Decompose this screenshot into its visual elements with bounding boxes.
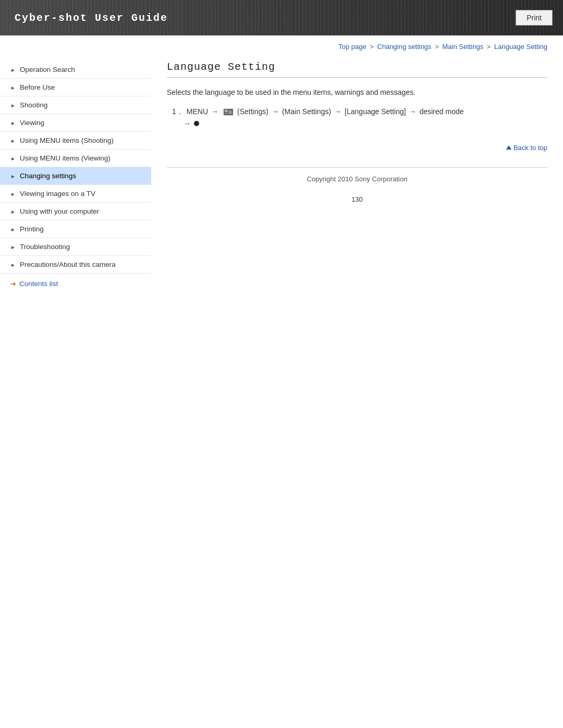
svg-rect-3: [225, 113, 232, 114]
copyright-text: Copyright 2010 Sony Corporation: [307, 175, 408, 183]
step-arrow-5: →: [183, 119, 191, 128]
sidebar-arrow-icon: ►: [10, 174, 16, 179]
sidebar-item-troubleshooting[interactable]: ► Troubleshooting: [0, 238, 151, 256]
sidebar-item-label: Precautions/About this camera: [20, 261, 116, 268]
sidebar-item-label: Shooting: [20, 101, 47, 109]
step-arrow-1: →: [211, 105, 218, 118]
sidebar-item-using-with-computer[interactable]: ► Using with your computer: [0, 203, 151, 220]
header: Cyber-shot User Guide Print: [0, 0, 563, 35]
sidebar-item-label: Changing settings: [20, 172, 76, 180]
sidebar-arrow-icon: ►: [10, 262, 16, 267]
step-language-setting: [Language Setting]: [345, 105, 406, 118]
breadcrumb: Top page > Changing settings > Main Sett…: [0, 35, 563, 56]
content-area: Language Setting Selects the language to…: [151, 56, 563, 229]
sidebar-item-viewing-tv[interactable]: ► Viewing images on a TV: [0, 185, 151, 203]
sidebar-arrow-icon: ►: [10, 85, 16, 90]
step-number: 1．: [172, 105, 183, 118]
step-main-settings: (Main Settings): [282, 105, 331, 118]
back-to-top-icon: [506, 145, 511, 150]
page-title: Language Setting: [167, 61, 547, 78]
sidebar-item-label: Operation Search: [20, 66, 75, 73]
content-description: Selects the language to be used in the m…: [167, 87, 547, 98]
sidebar-arrow-icon: ►: [10, 209, 16, 214]
sidebar-arrow-icon: ►: [10, 227, 16, 232]
sidebar-item-label: Viewing: [20, 119, 44, 127]
sidebar-item-label: Before Use: [20, 83, 55, 91]
step-settings-label: (Settings): [237, 105, 268, 118]
footer: Copyright 2010 Sony Corporation: [167, 167, 547, 190]
back-to-top-link[interactable]: Back to top: [506, 144, 547, 152]
step-content: MENU → (Settings) → (Main Settings) → [L…: [187, 105, 464, 118]
breadcrumb-main-settings[interactable]: Main Settings: [442, 43, 483, 51]
svg-rect-1: [225, 109, 228, 112]
sidebar-item-printing[interactable]: ► Printing: [0, 220, 151, 238]
bullet-dot-icon: [194, 121, 199, 126]
step-arrow-2: →: [272, 105, 279, 118]
step-arrow-4: →: [409, 105, 417, 118]
sidebar-arrow-icon: ►: [10, 120, 16, 126]
sidebar-arrow-icon: ►: [10, 138, 16, 143]
breadcrumb-top-page[interactable]: Top page: [338, 43, 366, 51]
back-to-top: Back to top: [167, 143, 547, 152]
sidebar-item-label: Using with your computer: [20, 207, 99, 215]
step-menu-label: MENU: [187, 105, 208, 118]
sidebar-item-label: Printing: [20, 225, 44, 233]
sidebar-item-shooting[interactable]: ► Shooting: [0, 96, 151, 114]
header-print-area: Print: [516, 0, 563, 35]
breadcrumb-sep-3: >: [487, 43, 491, 51]
sidebar-item-changing-settings[interactable]: ► Changing settings: [0, 167, 151, 185]
sidebar-item-precautions[interactable]: ► Precautions/About this camera: [0, 256, 151, 274]
breadcrumb-changing-settings[interactable]: Changing settings: [377, 43, 432, 51]
sidebar: ► Operation Search ► Before Use ► Shooti…: [0, 56, 151, 304]
breadcrumb-sep-2: >: [435, 43, 439, 51]
sidebar-item-label: Using MENU items (Shooting): [20, 137, 114, 144]
step-arrow-3: →: [334, 105, 341, 118]
contents-list-arrow-icon: ➔: [10, 280, 16, 288]
contents-list-label: Contents list: [19, 280, 58, 288]
main-layout: ► Operation Search ► Before Use ► Shooti…: [0, 56, 563, 315]
sidebar-item-viewing[interactable]: ► Viewing: [0, 114, 151, 132]
sidebar-item-label: Using MENU items (Viewing): [20, 154, 111, 162]
sidebar-item-operation-search[interactable]: ► Operation Search: [0, 61, 151, 79]
sidebar-item-using-menu-viewing[interactable]: ► Using MENU items (Viewing): [0, 150, 151, 167]
sidebar-arrow-icon: ►: [10, 191, 16, 196]
step-line-2: →: [182, 119, 547, 128]
step-desired: desired mode: [420, 105, 464, 118]
breadcrumb-sep-1: >: [370, 43, 374, 51]
sidebar-arrow-icon: ►: [10, 67, 16, 72]
sidebar-item-before-use[interactable]: ► Before Use: [0, 79, 151, 96]
breadcrumb-current[interactable]: Language Setting: [494, 43, 547, 51]
app-title: Cyber-shot User Guide: [15, 12, 168, 24]
settings-menu-icon: [223, 108, 234, 116]
contents-list-link[interactable]: ➔ Contents list: [0, 274, 151, 294]
back-to-top-label: Back to top: [513, 144, 547, 152]
sidebar-item-label: Viewing images on a TV: [20, 190, 95, 198]
sidebar-arrow-icon: ►: [10, 244, 16, 250]
instruction-step-1: 1． MENU → (Settings) → (Main Settings) →…: [172, 105, 547, 118]
sidebar-arrow-icon: ►: [10, 103, 16, 108]
sidebar-item-using-menu-shooting[interactable]: ► Using MENU items (Shooting): [0, 132, 151, 150]
sidebar-arrow-icon: ►: [10, 156, 16, 161]
print-button[interactable]: Print: [516, 10, 553, 26]
sidebar-item-label: Troubleshooting: [20, 243, 70, 251]
header-title-area: Cyber-shot User Guide: [0, 0, 168, 35]
page-number: 130: [167, 190, 547, 214]
